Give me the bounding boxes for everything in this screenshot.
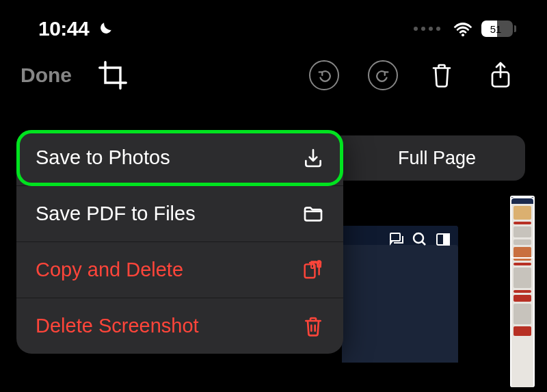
additional-indicators-icon: [414, 27, 440, 31]
copy-trash-icon: [302, 259, 324, 281]
do-not-disturb-icon: [96, 21, 114, 38]
search-icon[interactable]: [412, 231, 428, 248]
editor-toolbar: Done: [0, 48, 547, 97]
svg-rect-1: [390, 233, 400, 241]
folder-icon: [302, 203, 324, 225]
segment-fullpage-tab[interactable]: Full Page: [351, 140, 522, 177]
comments-icon[interactable]: [388, 231, 405, 248]
menu-label: Save to Photos: [36, 146, 170, 169]
status-bar: 10:44 51: [0, 0, 547, 48]
trash-icon: [302, 315, 324, 337]
menu-save-pdf[interactable]: Save PDF to Files: [16, 186, 343, 242]
trash-button[interactable]: [427, 60, 457, 90]
menu-delete-screenshot[interactable]: Delete Screenshot: [16, 298, 343, 354]
fullpage-thumbnail[interactable]: [510, 196, 535, 387]
download-icon: [302, 147, 324, 169]
battery-level: 51: [481, 23, 510, 35]
menu-copy-delete[interactable]: Copy and Delete: [16, 242, 343, 298]
crop-icon[interactable]: [98, 60, 128, 90]
done-button[interactable]: Done: [21, 64, 91, 87]
svg-point-2: [414, 233, 423, 243]
panel-icon[interactable]: [435, 231, 451, 248]
viewport-indicator[interactable]: [510, 197, 535, 259]
redo-button[interactable]: [368, 60, 398, 90]
battery-icon: 51: [481, 21, 516, 37]
wifi-icon: [453, 21, 473, 37]
share-button[interactable]: [485, 60, 516, 90]
page-preview: [342, 226, 458, 363]
svg-rect-4: [444, 234, 449, 245]
status-time: 10:44: [38, 17, 89, 40]
menu-label: Delete Screenshot: [36, 315, 199, 337]
done-menu: Save to Photos Save PDF to Files Copy an…: [16, 130, 343, 354]
status-left: 10:44: [38, 17, 114, 40]
menu-label: Copy and Delete: [36, 259, 183, 281]
menu-save-to-photos[interactable]: Save to Photos: [16, 130, 343, 186]
undo-button[interactable]: [309, 60, 339, 90]
menu-label: Save PDF to Files: [36, 202, 196, 225]
status-right: 51: [414, 21, 516, 37]
